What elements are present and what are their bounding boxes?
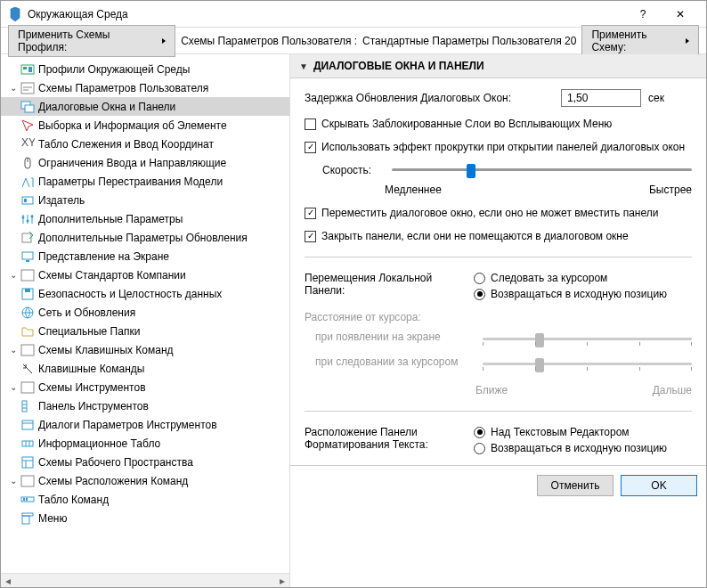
slider-thumb[interactable]	[467, 164, 475, 178]
toolbar-icon	[20, 399, 35, 413]
tree-item-dialogs[interactable]: Диалоговые Окна и Панели	[1, 97, 289, 116]
workspace-icon	[20, 455, 35, 470]
svg-rect-28	[22, 441, 33, 446]
tree-item-toolbar[interactable]: Панель Инструментов	[1, 396, 289, 415]
tree-item-network[interactable]: Сеть и Обновления	[1, 303, 289, 322]
delay-input[interactable]	[561, 89, 641, 107]
collapse-icon: ▼	[299, 61, 308, 71]
rebuild-icon	[20, 175, 35, 189]
on-screen-slider	[483, 338, 692, 340]
tree-item-tracker[interactable]: XYZТабло Слежения и Ввод Координат	[1, 135, 289, 153]
svg-text:XYZ: XYZ	[21, 137, 35, 149]
svg-rect-2	[28, 67, 32, 72]
above-editor-radio[interactable]: Над Текстовым Редактором	[474, 426, 667, 438]
tree-item-commandschemes[interactable]: ⌄Схемы Расположения Команд	[1, 471, 289, 490]
apply-profile-button[interactable]: Применить Схемы Профиля:	[8, 25, 175, 57]
folder-icon	[20, 81, 35, 95]
save-icon	[20, 287, 35, 301]
folder-icon	[20, 380, 35, 395]
update-icon	[20, 231, 35, 245]
tree-item-rebuild[interactable]: Параметры Перестраивания Модели	[1, 172, 289, 191]
apply-scheme-button[interactable]: Применить Схему:	[581, 25, 699, 57]
cancel-button[interactable]: Отменить	[537, 475, 614, 496]
hide-locked-checkbox[interactable]: Скрывать Заблокированные Слои во Всплыва…	[305, 118, 692, 130]
keyboard-icon	[20, 362, 35, 376]
scroll-right-button[interactable]: ▸	[275, 574, 289, 587]
svg-rect-36	[23, 498, 25, 501]
use-scroll-checkbox[interactable]: Использовать эффект прокрутки при открыт…	[305, 141, 692, 153]
mouse-icon	[20, 156, 35, 170]
app-icon	[8, 7, 22, 21]
tree-item-selection[interactable]: Выборка и Информация об Элементе	[1, 116, 289, 135]
tree-item-addparams[interactable]: Дополнительные Параметры	[1, 209, 289, 228]
on-follow-label: при следовании за курсором	[315, 355, 475, 368]
close-button[interactable]: ✕	[662, 2, 699, 27]
infoboard-icon	[20, 437, 35, 451]
follow-cursor-radio[interactable]: Следовать за курсором	[474, 272, 667, 284]
horizontal-scrollbar[interactable]: ◂ ▸	[1, 573, 289, 587]
publisher-icon	[20, 193, 35, 208]
speed-slider[interactable]	[392, 168, 692, 171]
radio-icon	[474, 427, 485, 438]
tree-item-profiles[interactable]: Профили Окружающей Среды	[1, 60, 289, 78]
delay-label: Задержка Обновления Диалоговых Окон:	[305, 92, 554, 104]
select-icon	[20, 118, 35, 133]
tree-item-keyboardcmds[interactable]: Клавишные Команды	[1, 359, 289, 378]
faster-label: Быстрее	[649, 184, 692, 196]
tree-item-updateparams[interactable]: Дополнительные Параметры Обновления	[1, 228, 289, 247]
checkbox-icon	[305, 142, 316, 153]
svg-point-12	[27, 219, 29, 222]
tree-item-company[interactable]: ⌄Схемы Стандартов Компании	[1, 265, 289, 284]
radio-icon	[474, 443, 485, 454]
window-title: Окружающая Среда	[28, 8, 624, 20]
local-panel-label: Перемещения Локальной Панели:	[305, 272, 456, 300]
svg-rect-16	[26, 260, 29, 262]
svg-rect-21	[21, 345, 34, 355]
tree-item-security[interactable]: Безопасность и Целостность данных	[1, 284, 289, 303]
tree-item-workspace[interactable]: Схемы Рабочего Пространства	[1, 453, 289, 471]
delay-unit: сек	[648, 92, 664, 104]
section-header[interactable]: ▼ ДИАЛОГОВЫЕ ОКНА И ПАНЕЛИ	[290, 54, 706, 78]
xyz-icon: XYZ	[20, 137, 35, 151]
radio-icon	[474, 273, 485, 284]
return-pos2-radio[interactable]: Возвращаться в исходную позицию	[474, 442, 667, 454]
help-button[interactable]: ?	[624, 2, 662, 27]
svg-rect-15	[22, 252, 33, 259]
tree-item-tooldialogs[interactable]: Диалоги Параметров Инструментов	[1, 415, 289, 434]
nav-tree[interactable]: Профили Окружающей Среды ⌄Схемы Параметр…	[1, 54, 289, 573]
display-icon	[20, 249, 35, 264]
tree-item-commandboard[interactable]: Табло Команд	[1, 490, 289, 509]
speed-label: Скорость:	[322, 164, 385, 176]
return-pos-radio[interactable]: Возвращаться в исходную позицию	[474, 288, 667, 300]
tree-item-constraints[interactable]: Ограничения Ввода и Направляющие	[1, 153, 289, 172]
checkbox-icon	[305, 118, 316, 130]
slower-label: Медленнее	[385, 184, 442, 196]
commandboard-icon	[20, 493, 35, 507]
close-panels-checkbox[interactable]: Закрыть панели, если они не помещаются в…	[305, 230, 692, 242]
ok-button[interactable]: OK	[621, 475, 697, 496]
move-dialog-checkbox[interactable]: Переместить диалоговое окно, если оно не…	[305, 207, 692, 219]
tree-item-keyboardschemes[interactable]: ⌄Схемы Клавишных Команд	[1, 340, 289, 359]
menu-icon	[20, 511, 35, 526]
folder-icon	[20, 343, 35, 357]
tree-item-toolschemes[interactable]: ⌄Схемы Инструментов	[1, 378, 289, 396]
tree-item-display[interactable]: Представление на Экране	[1, 247, 289, 265]
svg-rect-37	[26, 498, 28, 501]
tree-item-menu[interactable]: Меню	[1, 509, 289, 527]
user-params-value: Стандартные Параметры Пользователя 20	[362, 35, 576, 47]
farther-label: Дальше	[653, 384, 692, 396]
svg-rect-31	[22, 457, 33, 468]
svg-rect-39	[22, 516, 29, 524]
svg-rect-26	[22, 421, 33, 429]
scroll-left-button[interactable]: ◂	[1, 574, 15, 587]
tree-item-publisher[interactable]: Издатель	[1, 191, 289, 209]
tree-item-user-schemes[interactable]: ⌄Схемы Параметров Пользователя	[1, 78, 289, 97]
folder-icon	[20, 268, 35, 282]
svg-rect-9	[22, 197, 33, 204]
tree-item-infoboard[interactable]: Информационное Табло	[1, 434, 289, 453]
svg-rect-10	[24, 199, 27, 202]
dialogs-icon	[20, 418, 35, 432]
user-params-label: Схемы Параметров Пользователя :	[181, 35, 357, 47]
svg-rect-34	[21, 476, 34, 486]
tree-item-folders[interactable]: Специальные Папки	[1, 322, 289, 340]
